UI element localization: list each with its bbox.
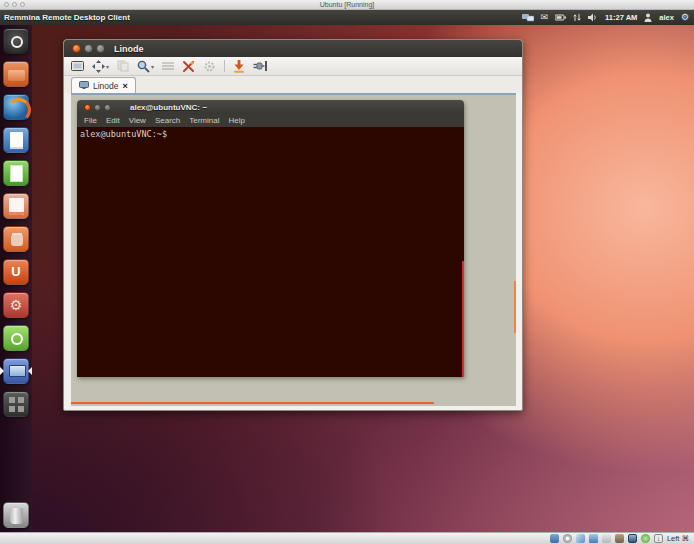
launcher-libreoffice-calc[interactable]	[3, 160, 29, 186]
launcher-home-folder[interactable]	[3, 61, 29, 87]
disconnect-icon[interactable]	[253, 60, 268, 72]
user-icon[interactable]	[644, 13, 652, 22]
hdd-icon[interactable]	[550, 534, 559, 543]
network-arrows-icon[interactable]	[573, 13, 581, 22]
launcher-libreoffice-writer[interactable]	[3, 127, 29, 153]
terminal-title: alex@ubuntuVNC: ~	[130, 103, 207, 112]
cd-icon[interactable]	[563, 534, 572, 543]
terminal-close-button[interactable]	[84, 104, 91, 111]
terminal-menubar: File Edit View Search Terminal Help	[77, 114, 464, 127]
tools-icon[interactable]	[182, 60, 195, 73]
launcher-ubuntu-dash[interactable]	[3, 28, 29, 54]
session-gear-icon[interactable]: ⚙	[681, 13, 689, 22]
terminal-titlebar[interactable]: alex@ubuntuVNC: ~	[77, 100, 464, 114]
vnc-remote-viewport[interactable]: alex@ubuntuVNC: ~ File Edit View Search …	[71, 93, 516, 406]
launcher-trash[interactable]	[3, 502, 29, 528]
remote-terminal-window[interactable]: alex@ubuntuVNC: ~ File Edit View Search …	[77, 100, 464, 377]
menu-search[interactable]: Search	[155, 116, 180, 125]
fit-window-dropdown-icon[interactable]: ▾	[106, 63, 109, 70]
remmina-titlebar[interactable]: Linode	[64, 40, 522, 57]
window-maximize-button[interactable]	[96, 44, 105, 53]
usb-icon[interactable]	[602, 534, 611, 543]
menu-terminal[interactable]: Terminal	[189, 116, 219, 125]
menu-edit[interactable]: Edit	[106, 116, 120, 125]
remmina-toolbar: ▾ ▾	[64, 57, 522, 76]
remmina-tabbar: Linode ×	[64, 76, 522, 93]
launcher-ubuntu-one[interactable]	[3, 259, 29, 285]
vbox-titlebar: Ubuntu [Running]	[0, 0, 694, 10]
display-icon[interactable]	[628, 534, 637, 543]
launcher-libreoffice-impress[interactable]	[3, 193, 29, 219]
fullscreen-icon[interactable]	[71, 61, 84, 72]
tab-display-icon	[79, 81, 89, 91]
toolbar-separator	[224, 60, 225, 72]
launcher-software-center[interactable]	[3, 226, 29, 252]
virtualbox-host-window: Ubuntu [Running] Remmina Remote Desktop …	[0, 0, 694, 544]
ubuntu-top-panel: Remmina Remote Desktop Client ✉ 11:27 AM…	[0, 10, 694, 25]
grab-keyboard-icon[interactable]	[233, 60, 245, 73]
battery-icon[interactable]	[555, 14, 566, 21]
render-artifact-orange-segment	[514, 281, 516, 333]
window-minimize-button[interactable]	[84, 44, 93, 53]
mouse-integration-icon[interactable]	[641, 534, 650, 543]
render-artifact-orange-line	[71, 402, 434, 404]
vbox-statusbar: ↓ Left ⌘	[0, 532, 694, 544]
unity-launcher	[0, 25, 32, 532]
mail-icon[interactable]: ✉	[541, 13, 549, 22]
menu-file[interactable]: File	[84, 116, 97, 125]
terminal-minimize-button[interactable]	[94, 104, 101, 111]
remmina-window-title: Linode	[114, 44, 144, 54]
volume-icon[interactable]	[588, 13, 598, 22]
focused-indicator-arrow	[28, 367, 32, 375]
zoom-icon[interactable]: ▾	[137, 60, 154, 73]
shell-prompt: alex@ubuntuVNC:~$	[77, 127, 464, 141]
terminal-screen[interactable]: alex@ubuntuVNC:~$	[77, 127, 464, 377]
connection-tab-linode[interactable]: Linode ×	[71, 77, 136, 93]
window-close-button[interactable]	[72, 44, 81, 53]
scaled-mode-icon	[162, 61, 174, 71]
copy-icon	[117, 60, 129, 72]
remmina-window: Linode ▾ ▾	[63, 39, 523, 411]
vbox-window-title: Ubuntu [Running]	[0, 1, 694, 8]
tab-label: Linode	[93, 81, 119, 91]
remote-display-icon[interactable]	[522, 13, 534, 22]
preferences-icon	[203, 60, 216, 73]
panel-app-title[interactable]: Remmina Remote Desktop Client	[4, 13, 130, 22]
menu-help[interactable]: Help	[228, 116, 244, 125]
launcher-system-settings[interactable]	[3, 292, 29, 318]
shared-folders-icon[interactable]	[615, 534, 624, 543]
running-indicator-arrow	[0, 367, 4, 375]
launcher-software-updater[interactable]	[3, 325, 29, 351]
fit-window-icon[interactable]: ▾	[92, 60, 109, 73]
launcher-workspace-switcher[interactable]	[3, 391, 29, 417]
floppy-icon[interactable]	[576, 534, 585, 543]
host-key-label: Left ⌘	[667, 534, 689, 543]
launcher-remmina[interactable]	[3, 358, 29, 384]
render-artifact-red-line	[462, 261, 464, 377]
menu-view[interactable]: View	[129, 116, 146, 125]
panel-username[interactable]: alex	[659, 13, 674, 22]
terminal-maximize-button[interactable]	[104, 104, 111, 111]
panel-clock[interactable]: 11:27 AM	[605, 13, 637, 22]
network-icon[interactable]	[589, 534, 598, 543]
zoom-dropdown-icon[interactable]: ▾	[151, 63, 154, 70]
launcher-firefox[interactable]	[3, 94, 29, 120]
keyboard-icon: ↓	[654, 534, 663, 543]
tab-close-icon[interactable]: ×	[123, 81, 128, 91]
